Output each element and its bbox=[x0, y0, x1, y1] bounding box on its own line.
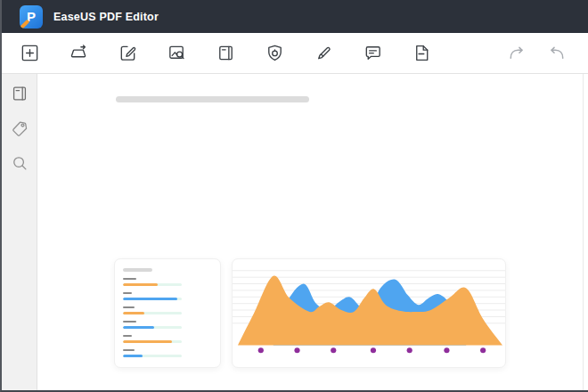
app-title: EaseUS PDF Editor bbox=[53, 11, 159, 23]
tag-icon[interactable] bbox=[9, 118, 30, 139]
bar-row bbox=[123, 321, 212, 329]
bar-row bbox=[123, 292, 212, 300]
bar-track bbox=[123, 326, 182, 329]
workspace bbox=[2, 74, 588, 390]
bar-track bbox=[123, 340, 182, 343]
axis-dot bbox=[294, 347, 299, 353]
app-logo-icon: P bbox=[20, 5, 43, 29]
bar-track bbox=[123, 283, 182, 286]
app-window: P EaseUS PDF Editor bbox=[0, 0, 588, 392]
chart-title-placeholder bbox=[123, 268, 152, 272]
history-buttons bbox=[505, 43, 568, 64]
bar-track bbox=[123, 312, 182, 314]
pen-icon[interactable] bbox=[313, 43, 334, 64]
title-bar: P EaseUS PDF Editor bbox=[2, 0, 588, 33]
bar-label-placeholder bbox=[123, 292, 132, 294]
left-sidebar bbox=[2, 74, 37, 390]
axis-dot bbox=[331, 347, 336, 353]
bar-fill bbox=[123, 283, 158, 286]
bar-row bbox=[123, 278, 212, 286]
bar-label-placeholder bbox=[123, 306, 135, 308]
bar-track bbox=[123, 355, 182, 357]
document-page[interactable] bbox=[37, 74, 588, 390]
edit-pencil-square-icon[interactable] bbox=[117, 43, 138, 64]
comment-bubble-icon[interactable] bbox=[362, 43, 383, 64]
axis-dot bbox=[371, 347, 376, 353]
axis-dot bbox=[480, 347, 486, 353]
bar-fill bbox=[123, 326, 154, 329]
bar-fill bbox=[123, 355, 143, 357]
bar-row bbox=[123, 335, 212, 343]
axis-dot bbox=[444, 347, 449, 353]
orange-area bbox=[238, 275, 502, 345]
bar-fill bbox=[123, 340, 172, 343]
image-search-icon[interactable] bbox=[166, 43, 187, 64]
search-icon[interactable] bbox=[9, 152, 30, 174]
undo-arrow-icon[interactable] bbox=[546, 43, 568, 64]
bar-fill bbox=[123, 298, 177, 300]
main-toolbar bbox=[2, 33, 588, 74]
bar-fill bbox=[123, 312, 144, 314]
bar-chart-rows bbox=[123, 278, 212, 357]
axis-dot bbox=[258, 347, 264, 353]
shield-protect-icon[interactable] bbox=[264, 43, 285, 64]
area-chart bbox=[233, 259, 505, 367]
scrollbar-track[interactable] bbox=[583, 74, 584, 390]
bar-label-placeholder bbox=[123, 321, 136, 323]
heading-placeholder bbox=[116, 96, 309, 102]
axis-dot bbox=[407, 347, 412, 353]
book-pages-icon[interactable] bbox=[215, 43, 236, 64]
redo-arrow-icon[interactable] bbox=[505, 43, 527, 64]
page-thumbnails-icon[interactable] bbox=[9, 83, 30, 104]
area-chart-card bbox=[232, 258, 506, 368]
plus-square-icon[interactable] bbox=[19, 43, 40, 64]
bar-track bbox=[123, 298, 182, 300]
bar-label-placeholder bbox=[123, 278, 136, 280]
export-page-arrow-icon[interactable] bbox=[68, 43, 89, 64]
bar-label-placeholder bbox=[123, 335, 132, 337]
bar-row bbox=[123, 306, 212, 314]
document-page-icon[interactable] bbox=[411, 43, 432, 64]
bar-row bbox=[123, 349, 212, 357]
bar-chart-card bbox=[114, 258, 221, 368]
bar-label-placeholder bbox=[123, 349, 135, 351]
